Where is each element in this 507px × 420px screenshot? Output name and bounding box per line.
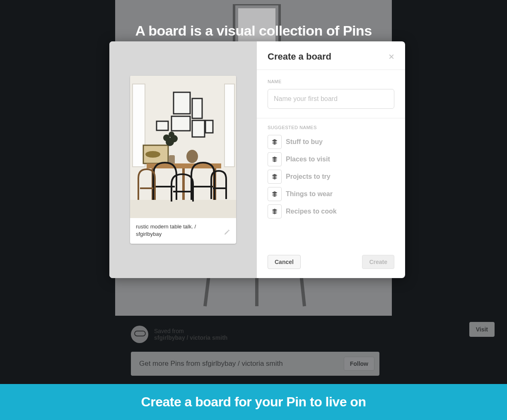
name-field-label: NAME [268, 79, 394, 84]
suggested-name-label: Things to wear [286, 190, 333, 198]
cancel-button[interactable]: Cancel [268, 255, 301, 269]
svg-point-28 [169, 132, 174, 137]
suggested-name-label: Places to visit [286, 156, 330, 163]
create-board-modal: rustic modern table talk. / sfgirlbybay … [109, 41, 405, 278]
pin-card: rustic modern table talk. / sfgirlbybay [130, 76, 236, 243]
suggested-name-label: Recipes to cook [286, 208, 337, 215]
svg-rect-18 [157, 121, 168, 130]
follow-button[interactable]: Follow [344, 357, 374, 371]
svg-point-23 [145, 151, 160, 158]
modal-header: Create a board × [257, 41, 405, 70]
background-pin-meta: Saved from sfgirlbybay / victoria smith [131, 322, 379, 347]
board-stack-icon [268, 187, 282, 201]
board-stack-icon [268, 135, 282, 149]
modal-form-panel: Create a board × NAME SUGGESTED NAMES St… [257, 41, 405, 278]
suggested-name-item[interactable]: Stuff to buy [268, 135, 394, 149]
suggested-name-label: Stuff to buy [286, 138, 323, 146]
visit-button[interactable]: Visit [469, 322, 495, 337]
svg-rect-10 [174, 92, 190, 114]
svg-rect-12 [171, 116, 190, 131]
pin-caption: rustic modern table talk. / sfgirlbybay [130, 218, 236, 243]
modal-title: Create a board [268, 51, 331, 62]
saved-from-label: Saved from [154, 328, 227, 334]
pencil-icon[interactable] [224, 229, 230, 235]
create-button[interactable]: Create [362, 255, 394, 269]
modal-footer: Cancel Create [257, 247, 405, 278]
svg-rect-16 [192, 120, 205, 137]
board-name-input[interactable] [268, 89, 394, 109]
pin-caption-text: rustic modern table talk. / sfgirlbybay [136, 223, 224, 238]
suggested-section: SUGGESTED NAMES Stuff to buy Places to v… [257, 118, 405, 218]
board-stack-icon [268, 170, 282, 184]
footer-banner: Create a board for your Pin to live on [0, 384, 507, 420]
close-icon[interactable]: × [389, 52, 394, 62]
suggested-name-item[interactable]: Places to visit [268, 152, 394, 166]
suggested-name-item[interactable]: Recipes to cook [268, 204, 394, 218]
suggested-names-label: SUGGESTED NAMES [268, 125, 394, 130]
saved-from-text: Saved from sfgirlbybay / victoria smith [154, 328, 227, 341]
svg-rect-14 [192, 98, 202, 118]
pin-image [130, 76, 236, 218]
svg-rect-7 [130, 200, 236, 218]
svg-rect-20 [205, 120, 213, 133]
overlay-title: A board is a visual collection of Pins [0, 23, 507, 39]
svg-point-29 [186, 150, 198, 163]
svg-rect-9 [225, 84, 234, 167]
get-more-text: Get more Pins from sfgirlbybay / victori… [139, 360, 283, 368]
modal-preview-panel: rustic modern table talk. / sfgirlbybay [109, 41, 257, 278]
svg-rect-33 [182, 168, 185, 200]
follow-bar: Get more Pins from sfgirlbybay / victori… [131, 352, 379, 376]
suggested-name-item[interactable]: Things to wear [268, 187, 394, 201]
pin-source: sfgirlbybay / victoria smith [154, 334, 227, 341]
suggested-name-label: Projects to try [286, 173, 331, 180]
modal-body: NAME SUGGESTED NAMES Stuff to buy [257, 70, 405, 218]
board-stack-icon [268, 204, 282, 218]
avatar [131, 326, 148, 343]
suggested-names-list: Stuff to buy Places to visit Projects to… [268, 135, 394, 218]
suggested-name-item[interactable]: Projects to try [268, 170, 394, 184]
board-stack-icon [268, 152, 282, 166]
